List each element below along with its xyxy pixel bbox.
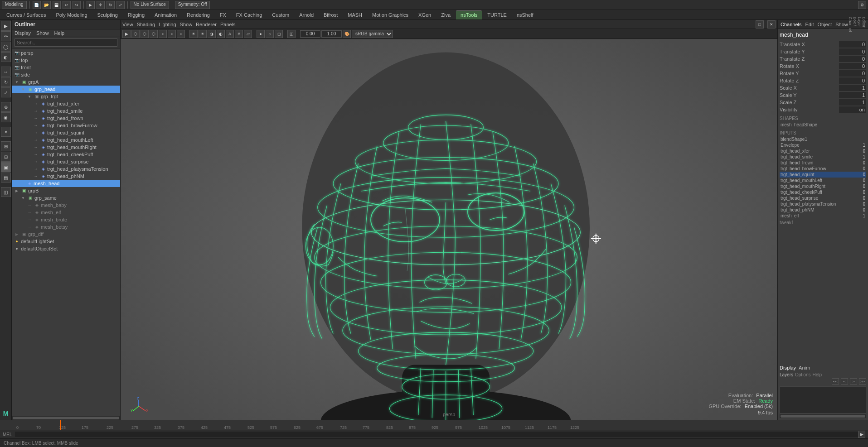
vp-cam-offset-input[interactable]: [300, 30, 320, 38]
cb-blend-xfer[interactable]: trgt_head_xfer 0: [780, 148, 866, 154]
cb-blend-phnm[interactable]: trgt_head_phNM 0: [780, 207, 866, 213]
cb-translate-x-input[interactable]: [839, 41, 866, 48]
new-file-btn[interactable]: 📄: [33, 1, 41, 9]
vp-lighting-menu[interactable]: Lighting: [159, 22, 176, 27]
tree-item-mesh-baby[interactable]: → ◈ mesh_baby: [12, 202, 120, 209]
cb-translate-z-input[interactable]: [839, 56, 866, 62]
tab-custom[interactable]: Custom: [267, 10, 294, 19]
tree-item-grp-trgt[interactable]: ▼ ▣ grp_trgt: [12, 93, 120, 100]
vp-shading-menu[interactable]: Shading: [137, 22, 155, 27]
cb-blend-cheekpuff[interactable]: trgt_head_cheekPuff 0: [780, 189, 866, 195]
vp-panels-menu[interactable]: Panels: [220, 22, 236, 27]
tree-item-trgt-surprise[interactable]: → ◈ trgt_head_surprise: [12, 158, 120, 165]
rp-anim-tab[interactable]: Anim: [799, 365, 810, 370]
vp-ao-btn[interactable]: ◐: [217, 30, 225, 38]
tab-rendering[interactable]: Rendering: [182, 10, 214, 19]
tab-rigging[interactable]: Rigging: [123, 10, 149, 19]
save-file-btn[interactable]: 💾: [53, 1, 61, 9]
rp-help-tab[interactable]: Help: [812, 372, 822, 377]
vp-shadow-btn[interactable]: ◑: [208, 30, 216, 38]
tree-item-trgt-cheekpuff[interactable]: → ◈ trgt_head_cheekPuff: [12, 151, 120, 158]
vp-smooth-btn[interactable]: ⬡: [150, 30, 158, 38]
tab-nstools[interactable]: nsTools: [456, 10, 482, 19]
ch-tab-show[interactable]: Show: [835, 22, 848, 27]
vp-light1-btn[interactable]: ☀: [189, 30, 198, 38]
render-settings-btn[interactable]: ⚙: [858, 1, 866, 9]
tree-item-trgt-browfurrow[interactable]: → ◈ trgt_head_browFurrow: [12, 122, 120, 129]
vp-show-menu[interactable]: Show: [180, 22, 193, 27]
snap-btn[interactable]: ⊕: [1, 102, 11, 112]
outliner-hscroll[interactable]: [12, 416, 120, 420]
rp-nav-last-btn[interactable]: >>: [859, 378, 866, 385]
ch-tab-channels[interactable]: Channels: [781, 22, 801, 27]
cb-blend-browfurrow[interactable]: trgt_head_browFurrow 0: [780, 166, 866, 172]
cb-blend-mouthright[interactable]: trgt_head_mouthRight 0: [780, 183, 866, 189]
tree-item-defaultlightset[interactable]: ● defaultLightSet: [12, 238, 120, 245]
rp-options-tab[interactable]: Options: [795, 372, 810, 377]
cb-rotate-z-input[interactable]: [839, 77, 866, 84]
rp-nav-next-btn[interactable]: >: [850, 378, 857, 385]
cb-blend-surprise[interactable]: trgt_head_surprise 0: [780, 195, 866, 201]
soft-select-btn[interactable]: ◉: [1, 112, 11, 122]
tab-turtle[interactable]: TURTLE: [483, 10, 511, 19]
ch-tab-object[interactable]: Object: [817, 22, 832, 27]
cb-scale-z-input[interactable]: [839, 99, 866, 106]
rotate-tool-btn[interactable]: ↻: [107, 1, 115, 9]
move-tool-btn[interactable]: ✛: [97, 1, 105, 9]
viewport-3d-canvas[interactable]: [121, 40, 777, 420]
view-btn[interactable]: ▣: [1, 162, 11, 172]
cb-blend-mesh-elf[interactable]: mesh_elf 1: [780, 213, 866, 219]
ch-tab-edit[interactable]: Edit: [805, 22, 814, 27]
vp-focal-length-input[interactable]: [321, 30, 342, 38]
outliner-show-menu[interactable]: Show: [36, 30, 49, 36]
cb-blend-smile[interactable]: trgt_head_smile 1: [780, 154, 866, 160]
cb-blend-platysma[interactable]: trgt_head_platysmaTension 0: [780, 201, 866, 207]
show-manipulator-btn[interactable]: ✦: [1, 127, 11, 137]
tree-item-trgt-platysma[interactable]: → ◈ trgt_head_platysmaTension: [12, 165, 120, 173]
outliner-display-menu[interactable]: Display: [15, 30, 31, 36]
timeline[interactable]: 0 70 125 175 225 275 325 375 425 475 525…: [0, 420, 868, 430]
select-tool-btn[interactable]: ▶: [87, 1, 95, 9]
tree-item-trgt-mouthleft[interactable]: → ◈ trgt_head_mouthLeft: [12, 136, 120, 144]
open-file-btn[interactable]: 📂: [43, 1, 51, 9]
cb-tweak-label[interactable]: tweak1: [780, 220, 866, 225]
tab-xgen[interactable]: XGen: [414, 10, 436, 19]
symmetry-btn[interactable]: Symmetry: Off: [175, 1, 210, 9]
rp-nav-prev-btn[interactable]: <: [841, 378, 848, 385]
undo-btn[interactable]: ↩: [63, 1, 71, 9]
vp-close-btn[interactable]: ✕: [767, 20, 776, 29]
tab-bifrost[interactable]: Bifrost: [319, 10, 342, 19]
tree-item-trgt-xfer[interactable]: → ◈ trgt_head_xfer: [12, 100, 120, 107]
vp-maximize-btn[interactable]: □: [756, 20, 764, 29]
tree-item-mesh-head[interactable]: ◈ mesh_head: [12, 180, 120, 187]
cb-inputs-name[interactable]: blendShape1: [780, 136, 866, 142]
tab-ziva[interactable]: Ziva: [436, 10, 455, 19]
tab-arnold[interactable]: Arnold: [295, 10, 318, 19]
rp-layers-tab[interactable]: Layers: [780, 372, 793, 377]
tree-item-trgt-squint[interactable]: → ◈ trgt_head_squint: [12, 129, 120, 136]
select-mode-btn[interactable]: ▶: [1, 21, 11, 31]
tab-nsshelf[interactable]: nsShelf: [512, 10, 538, 19]
cb-scale-y-input[interactable]: [839, 92, 866, 98]
timeline-btn[interactable]: ◫: [1, 187, 11, 197]
tree-item-front[interactable]: 📷 front: [12, 64, 120, 71]
tree-item-grp-dff[interactable]: ▶ ▣ grp_dff: [12, 231, 120, 238]
cb-rotate-x-input[interactable]: [839, 63, 866, 69]
tree-item-trgt-smile[interactable]: → ◈ trgt_head_smile: [12, 107, 120, 115]
tree-item-trgt-mouthright[interactable]: → ◈ trgt_head_mouthRight: [12, 144, 120, 151]
vp-shade1-btn[interactable]: ▪: [159, 30, 167, 38]
camera-btn[interactable]: ⊟: [1, 152, 11, 162]
cb-shapes-name[interactable]: mesh_headShape: [780, 122, 866, 128]
vp-sel2-btn[interactable]: ○: [266, 30, 274, 38]
tree-item-persp[interactable]: 📷 persp: [12, 49, 120, 57]
vp-shade2-btn[interactable]: ▪: [168, 30, 176, 38]
cb-scale-x-input[interactable]: [839, 85, 866, 91]
rp-display-tab[interactable]: Display: [780, 365, 796, 370]
vp-iso-btn[interactable]: ◫: [287, 30, 296, 38]
tree-item-side[interactable]: 📷 side: [12, 71, 120, 78]
tab-fx[interactable]: FX: [215, 10, 231, 19]
vp-color-profile-select[interactable]: sRGB gamma: [352, 30, 393, 38]
live-surface-btn[interactable]: No Live Surface: [131, 1, 169, 9]
tab-motion-graphics[interactable]: Motion Graphics: [368, 10, 413, 19]
rp-nav-first-btn[interactable]: <<: [832, 378, 839, 385]
